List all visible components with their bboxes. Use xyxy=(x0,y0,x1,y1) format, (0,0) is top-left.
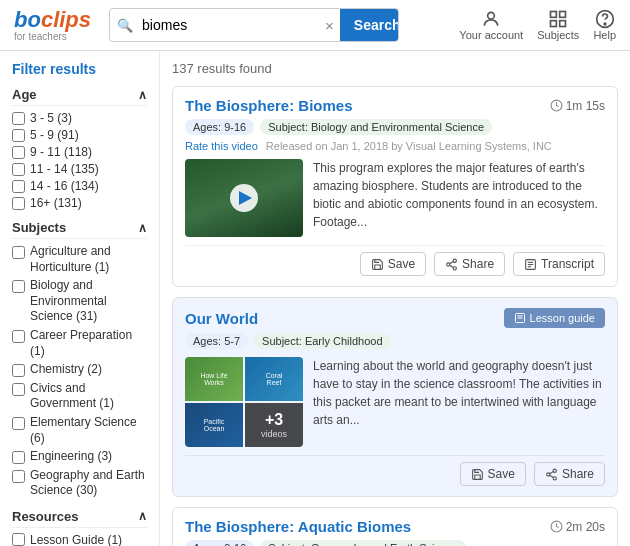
age-9-11: 9 - 11 (118) xyxy=(12,145,147,159)
search-icon: 🔍 xyxy=(110,13,140,38)
search-bar: 🔍 × Search xyxy=(109,8,399,42)
card-3-subject-tag: Subject: Geography and Earth Science xyxy=(260,540,466,546)
age-section: Age ∧ 3 - 5 (3) 5 - 9 (91) 9 - 11 (118) … xyxy=(12,87,147,210)
search-button[interactable]: Search xyxy=(340,9,399,41)
subjects-section: Subjects ∧ Agriculture and Horticulture … xyxy=(12,220,147,499)
svg-point-21 xyxy=(547,472,550,475)
age-11-14-checkbox[interactable] xyxy=(12,163,25,176)
account-icon xyxy=(481,9,501,29)
logo: boclips for teachers xyxy=(14,9,91,42)
card-1-age-tag: Ages: 9-16 xyxy=(185,119,254,135)
subj-elem-checkbox[interactable] xyxy=(12,417,25,430)
subj-chem: Chemistry (2) xyxy=(12,362,147,378)
age-11-14-label: 11 - 14 (135) xyxy=(30,162,99,176)
card-2-age-tag: Ages: 5-7 xyxy=(185,333,248,349)
subj-ag-checkbox[interactable] xyxy=(12,246,25,259)
card-3-duration: 2m 20s xyxy=(550,520,605,534)
card-1-thumbnail[interactable] xyxy=(185,159,303,237)
subj-ag: Agriculture and Horticulture (1) xyxy=(12,244,147,275)
transcript-icon xyxy=(524,258,537,271)
card-1-save-button[interactable]: Save xyxy=(360,252,426,276)
card-1-duration: 1m 15s xyxy=(550,99,605,113)
subj-career-label: Career Preparation (1) xyxy=(30,328,147,359)
search-input[interactable] xyxy=(140,12,319,38)
resources-chevron-icon[interactable]: ∧ xyxy=(138,509,147,523)
subj-bio-label: Biology and Environmental Science (31) xyxy=(30,278,147,325)
age-14-16-label: 14 - 16 (134) xyxy=(30,179,99,193)
svg-point-10 xyxy=(453,266,456,269)
lesson-guide-button[interactable]: Lesson guide xyxy=(504,308,605,328)
resources-section: Resources ∧ Lesson Guide (1) xyxy=(12,509,147,546)
subjects-label: Subjects xyxy=(537,29,579,41)
card-2-share-button[interactable]: Share xyxy=(534,462,605,486)
subj-civics-label: Civics and Government (1) xyxy=(30,381,147,412)
card-2-title: Our World xyxy=(185,310,258,327)
subj-ag-label: Agriculture and Horticulture (1) xyxy=(30,244,147,275)
share-icon-2 xyxy=(545,468,558,481)
subjects-filter-label: Subjects xyxy=(12,220,66,235)
clear-search-button[interactable]: × xyxy=(319,13,340,38)
age-label: Age xyxy=(12,87,37,102)
card-our-world: Our World Lesson guide Ages: 5-7 Subject… xyxy=(172,297,618,497)
svg-rect-4 xyxy=(560,21,566,27)
card-1-rate-link[interactable]: Rate this video xyxy=(185,140,258,152)
card-1-share-button[interactable]: Share xyxy=(434,252,505,276)
svg-rect-1 xyxy=(551,12,557,18)
save-icon-2 xyxy=(471,468,484,481)
svg-rect-3 xyxy=(551,21,557,27)
card-2-description: Learning about the world and geography d… xyxy=(313,357,605,447)
clock-icon-3 xyxy=(550,520,563,533)
subj-eng-checkbox[interactable] xyxy=(12,451,25,464)
subjects-chevron-icon[interactable]: ∧ xyxy=(138,221,147,235)
age-14-16-checkbox[interactable] xyxy=(12,180,25,193)
card-2-save-button[interactable]: Save xyxy=(460,462,526,486)
subj-bio-checkbox[interactable] xyxy=(12,280,25,293)
resources-label: Resources xyxy=(12,509,78,524)
age-chevron-icon[interactable]: ∧ xyxy=(138,88,147,102)
play-button[interactable] xyxy=(230,184,258,212)
filter-title: Filter results xyxy=(12,61,147,77)
card-2-thumbnail[interactable]: How LifeWorks CoralReef PacificOcean +3 … xyxy=(185,357,303,447)
age-5-9: 5 - 9 (91) xyxy=(12,128,147,142)
resources-header: Resources ∧ xyxy=(12,509,147,528)
svg-line-23 xyxy=(550,475,554,477)
card-1-release-text: Released on Jan 1, 2018 by Visual Learni… xyxy=(266,140,552,152)
card-1-transcript-button[interactable]: Transcript xyxy=(513,252,605,276)
age-16plus-checkbox[interactable] xyxy=(12,197,25,210)
logo-tagline: for teachers xyxy=(14,32,91,42)
subj-eng-label: Engineering (3) xyxy=(30,449,112,465)
age-16plus-label: 16+ (131) xyxy=(30,196,82,210)
svg-point-9 xyxy=(447,262,450,265)
subjects-nav[interactable]: Subjects xyxy=(537,9,579,41)
age-9-11-checkbox[interactable] xyxy=(12,146,25,159)
subj-civics-checkbox[interactable] xyxy=(12,383,25,396)
help-nav[interactable]: Help xyxy=(593,9,616,41)
subj-career-checkbox[interactable] xyxy=(12,330,25,343)
subj-civics: Civics and Government (1) xyxy=(12,381,147,412)
age-5-9-checkbox[interactable] xyxy=(12,129,25,142)
your-account-nav[interactable]: Your account xyxy=(459,9,523,41)
subj-eng: Engineering (3) xyxy=(12,449,147,465)
header-nav: Your account Subjects Help xyxy=(459,9,616,41)
svg-line-11 xyxy=(450,265,454,267)
subj-geo-checkbox[interactable] xyxy=(12,470,25,483)
card-1-rate-line: Rate this video Released on Jan 1, 2018 … xyxy=(185,140,605,152)
help-label: Help xyxy=(593,29,616,41)
subj-geo-label: Geography and Earth Science (30) xyxy=(30,468,147,499)
your-account-label: Your account xyxy=(459,29,523,41)
age-3-5-label: 3 - 5 (3) xyxy=(30,111,72,125)
subj-chem-checkbox[interactable] xyxy=(12,364,25,377)
card-2-subject-tag: Subject: Early Childhood xyxy=(254,333,390,349)
card-1-subject-tag: Subject: Biology and Environmental Scien… xyxy=(260,119,492,135)
share-icon xyxy=(445,258,458,271)
svg-point-20 xyxy=(553,469,556,472)
save-icon xyxy=(371,258,384,271)
sidebar: Filter results Age ∧ 3 - 5 (3) 5 - 9 (91… xyxy=(0,51,160,546)
age-3-5-checkbox[interactable] xyxy=(12,112,25,125)
subj-bio: Biology and Environmental Science (31) xyxy=(12,278,147,325)
age-11-14: 11 - 14 (135) xyxy=(12,162,147,176)
res-lesson-guide-checkbox[interactable] xyxy=(12,533,25,546)
svg-point-8 xyxy=(453,259,456,262)
logo-bo: bo xyxy=(14,9,41,31)
svg-line-24 xyxy=(550,471,554,473)
